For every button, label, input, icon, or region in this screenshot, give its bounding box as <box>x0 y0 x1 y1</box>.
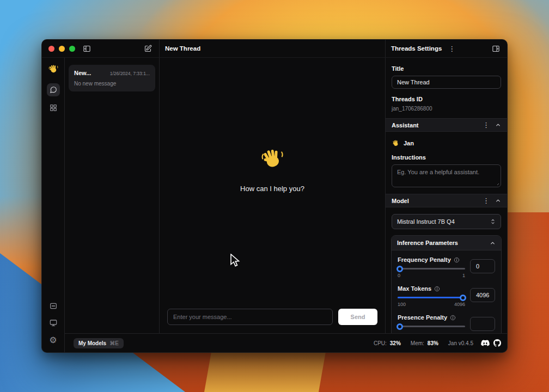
inference-parameters-title: Inference Parameters <box>397 240 458 246</box>
presence-penalty-slider[interactable] <box>398 326 465 327</box>
threads-settings-panel: Title New Thread Threads ID jan_17062868… <box>386 58 507 333</box>
assistant-wave-icon <box>392 139 400 147</box>
instructions-placeholder: Eg. You are a helpful assistant. <box>397 169 479 175</box>
new-thread-icon[interactable] <box>142 42 154 54</box>
threads-settings-title: Threads Settings <box>391 45 442 52</box>
thread-title: New Thread <box>165 45 200 52</box>
slider-min: 100 <box>398 302 406 307</box>
info-icon[interactable] <box>450 315 456 321</box>
thread-list: New... 1/26/2024, 7:33:1... No new messa… <box>65 58 160 333</box>
collapse-right-panel-icon[interactable] <box>490 42 502 54</box>
jan-logo-wave-icon <box>48 63 59 76</box>
my-models-button[interactable]: My Models ⌘E <box>74 338 124 348</box>
model-selected-value: Mistral Instruct 7B Q4 <box>397 218 455 225</box>
sidebar-item-settings[interactable]: ⚙ <box>49 335 57 345</box>
slider-handle[interactable] <box>396 266 403 272</box>
assistant-section-title: Assistant <box>392 122 419 128</box>
sidebar-item-hub[interactable] <box>49 103 58 114</box>
sidebar-icon-rail: ⚙ <box>42 58 65 352</box>
chevron-up-icon[interactable] <box>490 240 496 246</box>
close-window-button[interactable] <box>48 46 54 52</box>
chat-bubble-icon <box>50 86 57 94</box>
threads-id-label: Threads ID <box>392 96 501 102</box>
model-select[interactable]: Mistral Instruct 7B Q4 <box>392 214 501 229</box>
sidebar-item-chat[interactable] <box>47 83 60 96</box>
instructions-textarea[interactable]: Eg. You are a helpful assistant. <box>392 164 501 187</box>
sidebar-item-local-api[interactable] <box>49 302 58 313</box>
frequency-penalty-label: Frequency Penalty <box>398 256 451 263</box>
message-input[interactable]: Enter your message... <box>167 309 333 325</box>
thread-list-item[interactable]: New... 1/26/2024, 7:33:1... No new messa… <box>69 65 155 91</box>
thread-item-title: New... <box>74 70 91 76</box>
my-models-label: My Models <box>78 340 106 346</box>
title-field-label: Title <box>392 65 501 72</box>
titlebar-right: Threads Settings ⋮ <box>386 40 507 57</box>
app-version: Jan v0.4.5 <box>448 340 473 346</box>
slider-max: 1 <box>462 273 465 278</box>
greeting-text: How can I help you? <box>240 185 304 193</box>
github-icon[interactable] <box>493 339 501 347</box>
message-square-dots-icon <box>49 302 58 310</box>
presence-penalty-param: Presence Penalty <box>398 314 495 331</box>
status-bar: My Models ⌘E CPU: 32% Mem: 83% Jan v0.4.… <box>65 333 507 352</box>
resize-grip-icon[interactable] <box>495 181 499 185</box>
jan-app-window: New Thread Threads Settings ⋮ <box>41 39 508 353</box>
slider-min: 0 <box>398 273 400 278</box>
frequency-penalty-input[interactable]: 0 <box>470 259 495 273</box>
presence-penalty-input[interactable] <box>470 317 495 331</box>
assistant-section-header[interactable]: Assistant ⋮ <box>386 118 507 132</box>
message-composer: Enter your message... Send <box>160 302 385 333</box>
mem-value: 83% <box>428 340 438 346</box>
monitor-icon <box>49 318 58 327</box>
titlebar-center: New Thread <box>160 40 386 57</box>
inference-parameters-card: Inference Parameters Frequency Penalty <box>391 235 502 333</box>
sidebar-item-system-monitor[interactable] <box>49 318 58 329</box>
presence-penalty-label: Presence Penalty <box>398 314 447 321</box>
wave-hand-emoji <box>260 145 285 173</box>
max-tokens-input[interactable]: 4096 <box>470 288 495 302</box>
thread-item-date: 1/26/2024, 7:33:1... <box>110 71 150 76</box>
chevrons-up-down-icon <box>490 218 496 225</box>
max-tokens-param: Max Tokens 100 <box>398 285 495 307</box>
chevron-up-icon[interactable] <box>495 198 501 204</box>
thread-item-preview: No new message <box>74 81 150 87</box>
cpu-value: 32% <box>390 340 401 346</box>
minimize-window-button[interactable] <box>59 46 65 52</box>
inference-parameters-header[interactable]: Inference Parameters <box>392 236 501 250</box>
my-models-shortcut: ⌘E <box>109 340 119 346</box>
desktop-wallpaper: New Thread Threads Settings ⋮ <box>0 0 549 392</box>
discord-icon[interactable] <box>481 340 490 347</box>
mem-label: Mem: <box>411 340 424 346</box>
zoom-window-button[interactable] <box>69 46 75 52</box>
assistant-menu-icon[interactable]: ⋮ <box>483 121 490 128</box>
slider-max: 4096 <box>454 302 465 307</box>
grid-icon <box>49 103 58 112</box>
titlebar: New Thread Threads Settings ⋮ <box>42 40 507 58</box>
frequency-penalty-param: Frequency Penalty 0 <box>398 256 495 278</box>
chevron-up-icon[interactable] <box>495 122 501 128</box>
model-section-title: Model <box>392 198 409 204</box>
threads-id-value: jan_1706286800 <box>392 106 501 112</box>
max-tokens-label: Max Tokens <box>398 285 431 292</box>
cpu-label: CPU: <box>374 340 387 346</box>
collapse-left-panel-icon[interactable] <box>81 42 93 54</box>
titlebar-left <box>42 40 160 57</box>
frequency-penalty-slider[interactable] <box>398 268 465 270</box>
max-tokens-slider[interactable] <box>398 297 465 298</box>
gear-icon: ⚙ <box>49 335 57 345</box>
traffic-lights <box>48 46 75 52</box>
model-section-header[interactable]: Model ⋮ <box>386 194 507 207</box>
assistant-name: Jan <box>404 140 414 146</box>
info-icon[interactable] <box>434 286 440 292</box>
model-menu-icon[interactable]: ⋮ <box>483 197 490 204</box>
chat-main-area: How can I help you? Enter your message..… <box>160 58 386 333</box>
info-icon[interactable] <box>454 257 460 263</box>
threads-settings-menu-icon[interactable]: ⋮ <box>448 45 455 52</box>
slider-handle[interactable] <box>396 323 403 330</box>
thread-title-input[interactable]: New Thread <box>392 76 501 89</box>
instructions-label: Instructions <box>392 154 501 161</box>
slider-handle[interactable] <box>460 295 466 301</box>
send-button[interactable]: Send <box>338 309 377 325</box>
